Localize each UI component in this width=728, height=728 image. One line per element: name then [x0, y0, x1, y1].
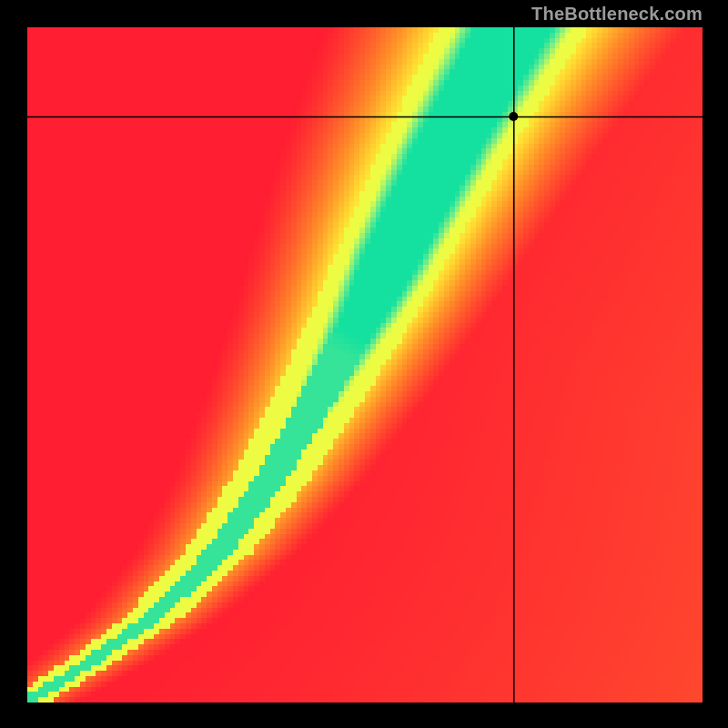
chart-container: TheBottleneck.com [0, 0, 728, 728]
watermark: TheBottleneck.com [531, 4, 703, 25]
overlay-canvas [27, 27, 703, 703]
